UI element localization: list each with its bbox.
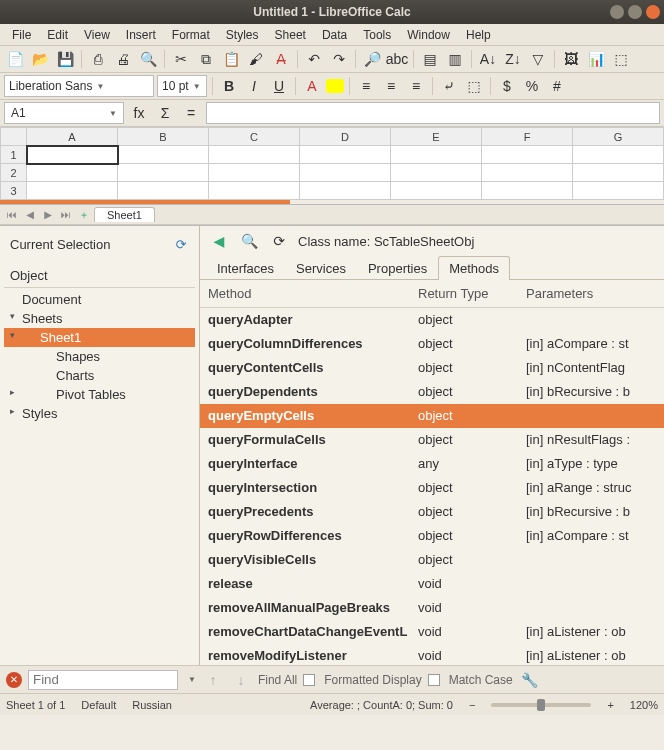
sort-desc-icon[interactable]: Z↓ xyxy=(502,48,524,70)
sum-icon[interactable]: Σ xyxy=(154,102,176,124)
col-header-G[interactable]: G xyxy=(573,128,664,146)
cell-reference-input[interactable]: A1 ▼ xyxy=(4,102,124,124)
export-pdf-icon[interactable]: ⎙ xyxy=(87,48,109,70)
menu-sheet[interactable]: Sheet xyxy=(267,26,314,44)
chevron-down-icon[interactable]: ▼ xyxy=(188,675,196,684)
method-row[interactable]: queryEmptyCellsobject xyxy=(200,404,664,428)
cell[interactable] xyxy=(118,164,209,182)
status-language[interactable]: Russian xyxy=(132,699,172,711)
function-wizard-icon[interactable]: fx xyxy=(128,102,150,124)
match-case-checkbox[interactable] xyxy=(428,674,440,686)
method-row[interactable]: queryPrecedentsobject[in] bRecursive : b xyxy=(200,500,664,524)
row-header-2[interactable]: 2 xyxy=(1,164,27,182)
align-center-icon[interactable]: ≡ xyxy=(380,75,402,97)
cell[interactable] xyxy=(300,164,391,182)
percent-icon[interactable]: % xyxy=(521,75,543,97)
autofilter-icon[interactable]: ▽ xyxy=(527,48,549,70)
col-header-D[interactable]: D xyxy=(300,128,391,146)
cell[interactable] xyxy=(209,164,300,182)
column-icon[interactable]: ▥ xyxy=(444,48,466,70)
prev-sheet-icon[interactable]: ◀ xyxy=(22,207,38,223)
tab-properties[interactable]: Properties xyxy=(357,256,438,280)
row-icon[interactable]: ▤ xyxy=(419,48,441,70)
menu-view[interactable]: View xyxy=(76,26,118,44)
tree-document[interactable]: Document xyxy=(4,290,195,309)
window-minimize-icon[interactable] xyxy=(610,5,624,19)
method-row[interactable]: removeChartDataChangeEventLvoid[in] aLis… xyxy=(200,620,664,644)
new-icon[interactable]: 📄 xyxy=(4,48,26,70)
cell[interactable] xyxy=(391,146,482,164)
open-icon[interactable]: 📂 xyxy=(29,48,51,70)
clone-format-icon[interactable]: 🖌 xyxy=(245,48,267,70)
formatted-display-checkbox[interactable] xyxy=(303,674,315,686)
align-left-icon[interactable]: ≡ xyxy=(355,75,377,97)
horizontal-scrollbar[interactable] xyxy=(0,200,290,204)
insert-object-icon[interactable]: ⬚ xyxy=(610,48,632,70)
menu-help[interactable]: Help xyxy=(458,26,499,44)
method-row[interactable]: removeModifyListenervoid[in] aListener :… xyxy=(200,644,664,665)
method-row[interactable]: queryFormulaCellsobject[in] nResultFlags… xyxy=(200,428,664,452)
font-color-icon[interactable]: A xyxy=(301,75,323,97)
find-replace-icon[interactable]: 🔎 xyxy=(361,48,383,70)
menu-styles[interactable]: Styles xyxy=(218,26,267,44)
find-input[interactable] xyxy=(28,670,178,690)
find-all-button[interactable]: Find All xyxy=(258,673,297,687)
col-header-return[interactable]: Return Type xyxy=(418,286,526,301)
insert-chart-icon[interactable]: 📊 xyxy=(585,48,607,70)
method-row[interactable]: releasevoid xyxy=(200,572,664,596)
col-header-C[interactable]: C xyxy=(209,128,300,146)
cell[interactable] xyxy=(573,164,664,182)
copy-icon[interactable]: ⧉ xyxy=(195,48,217,70)
status-style[interactable]: Default xyxy=(81,699,116,711)
method-row[interactable]: queryColumnDifferencesobject[in] aCompar… xyxy=(200,332,664,356)
cell[interactable] xyxy=(391,182,482,200)
col-header-F[interactable]: F xyxy=(482,128,573,146)
status-zoom[interactable]: 120% xyxy=(630,699,658,711)
italic-icon[interactable]: I xyxy=(243,75,265,97)
cell[interactable] xyxy=(300,182,391,200)
cell[interactable] xyxy=(209,182,300,200)
method-row[interactable]: removeAllManualPageBreaksvoid xyxy=(200,596,664,620)
inspect-icon[interactable]: 🔍 xyxy=(238,230,260,252)
merge-cells-icon[interactable]: ⬚ xyxy=(463,75,485,97)
wrap-text-icon[interactable]: ⤶ xyxy=(438,75,460,97)
undo-icon[interactable]: ↶ xyxy=(303,48,325,70)
col-header-A[interactable]: A xyxy=(27,128,118,146)
last-sheet-icon[interactable]: ⏭ xyxy=(58,207,74,223)
menu-file[interactable]: File xyxy=(4,26,39,44)
sheet-tab-1[interactable]: Sheet1 xyxy=(94,207,155,222)
methods-grid[interactable]: queryAdapterobjectqueryColumnDifferences… xyxy=(200,308,664,665)
menu-tools[interactable]: Tools xyxy=(355,26,399,44)
row-header-1[interactable]: 1 xyxy=(1,146,27,164)
underline-icon[interactable]: U xyxy=(268,75,290,97)
spreadsheet[interactable]: A B C D E F G 1 2 3 xyxy=(0,127,664,205)
tree-sheet1[interactable]: Sheet1 xyxy=(4,328,195,347)
paste-icon[interactable]: 📋 xyxy=(220,48,242,70)
sort-asc-icon[interactable]: A↓ xyxy=(477,48,499,70)
cell[interactable] xyxy=(391,164,482,182)
cell[interactable] xyxy=(27,182,118,200)
col-header-B[interactable]: B xyxy=(118,128,209,146)
col-header-method[interactable]: Method xyxy=(208,286,418,301)
method-row[interactable]: queryAdapterobject xyxy=(200,308,664,332)
number-icon[interactable]: # xyxy=(546,75,568,97)
print-icon[interactable]: 🖨 xyxy=(112,48,134,70)
add-sheet-icon[interactable]: ＋ xyxy=(76,207,92,223)
cell-A1[interactable] xyxy=(27,146,118,164)
menu-window[interactable]: Window xyxy=(399,26,458,44)
zoom-in-icon[interactable]: + xyxy=(607,699,613,711)
cut-icon[interactable]: ✂ xyxy=(170,48,192,70)
row-header-3[interactable]: 3 xyxy=(1,182,27,200)
menu-insert[interactable]: Insert xyxy=(118,26,164,44)
tree-styles[interactable]: Styles xyxy=(4,404,195,423)
search-options-icon[interactable]: 🔧 xyxy=(519,669,541,691)
refresh-icon[interactable]: ⟳ xyxy=(268,230,290,252)
next-sheet-icon[interactable]: ▶ xyxy=(40,207,56,223)
col-header-params[interactable]: Parameters xyxy=(526,286,656,301)
currency-icon[interactable]: $ xyxy=(496,75,518,97)
formula-input[interactable] xyxy=(206,102,660,124)
bold-icon[interactable]: B xyxy=(218,75,240,97)
highlight-icon[interactable] xyxy=(326,79,344,93)
menu-data[interactable]: Data xyxy=(314,26,355,44)
cell[interactable] xyxy=(482,164,573,182)
